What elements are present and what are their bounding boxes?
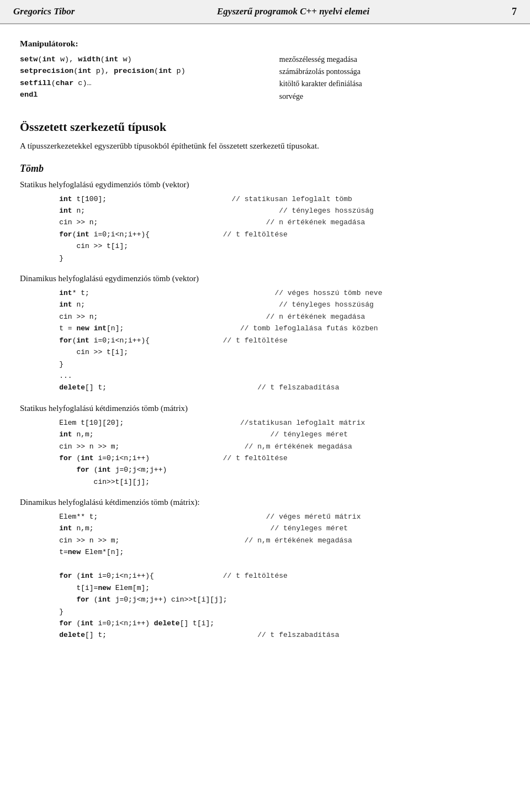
statikus1-subtitle: Statikus helyfoglalású egydimenziós tömb… <box>20 179 510 191</box>
code-row: int n,m; // tényleges méret <box>42 429 510 440</box>
dinamikus2-code: Elem** t; // véges méretű mátrix int n,m… <box>20 511 510 641</box>
code-row: ... <box>42 370 510 382</box>
page-header: Gregorics Tibor Egyszerű programok C++ n… <box>0 0 530 24</box>
osszetett-intro: A típusszerkezetekkel egyszerűbb típusok… <box>20 140 510 152</box>
osszetett-section: Összetett szerkezetű típusok A típusszer… <box>20 118 510 152</box>
author-name: Gregorics Tibor <box>13 5 75 19</box>
code-row: for (int i=0;i<n;i++) delete[] t[i]; <box>42 618 510 629</box>
page: Gregorics Tibor Egyszerű programok C++ n… <box>0 0 530 812</box>
code-row: int t[100]; // statikusan lefoglalt tömb <box>42 193 510 205</box>
manipulators-title: Manipulátorok: <box>20 38 510 50</box>
statikus1-code: int t[100]; // statikusan lefoglalt tömb… <box>20 193 510 265</box>
code-row: for(int i=0;i<n;i++){ // t feltöltése <box>42 335 510 346</box>
code-row: int n; // tényleges hosszúság <box>42 299 510 310</box>
dinamikus2-subtitle: Dinamikus helyfoglalású kétdimenziós töm… <box>20 497 510 509</box>
manip-desc-3: kitöltő karakter definiálása <box>279 78 510 90</box>
manip-desc-4: sorvége <box>279 91 510 103</box>
code-row: cin >> t[i]; <box>42 240 510 252</box>
manip-row-4: endl <box>20 89 275 101</box>
dinamikus1-code: int* t; // véges hosszú tömb neve int n;… <box>20 287 510 394</box>
osszetett-heading: Összetett szerkezetű típusok <box>20 118 510 136</box>
code-row: t = new int[n]; // tomb lefoglalása futá… <box>42 323 510 334</box>
code-row: cin>>t[i][j]; <box>42 476 510 488</box>
code-row: cin >> n; // n értékének megadása <box>42 217 510 228</box>
code-row: delete[] t; // t felszabadítása <box>42 382 510 393</box>
dinamikus1-subtitle: Dinamikus helyfoglalású egydimenziós töm… <box>20 273 510 285</box>
page-title: Egyszerű programok C++ nyelvi elemei <box>217 5 369 19</box>
code-row: Elem** t; // véges méretű mátrix <box>42 511 510 523</box>
manip-row-2: setprecision(int p), precision(int p) <box>20 65 275 77</box>
manip-row-1: setw(int w), width(int w) <box>20 54 275 66</box>
code-row: t=new Elem*[n]; <box>42 546 510 558</box>
manip-row-3: setfill(char c)… <box>20 77 275 89</box>
code-row <box>42 558 510 570</box>
code-row: int* t; // véges hosszú tömb neve <box>42 287 510 299</box>
code-row: } <box>42 358 510 370</box>
code-row: for (int j=0;j<m;j++) cin>>t[i][j]; <box>42 594 510 605</box>
code-row: cin >> n >> m; // n,m értékének megadása <box>42 441 510 452</box>
statikus2-code: Elem t[10][20]; //statikusan lefoglalt m… <box>20 417 510 488</box>
tomb-title: Tömb <box>20 161 510 176</box>
code-row: Elem t[10][20]; //statikusan lefoglalt m… <box>42 417 510 429</box>
manipulators-table: setw(int w), width(int w) setprecision(i… <box>20 54 510 103</box>
code-row: for (int i=0;i<n;i++) // t feltöltése <box>42 452 510 464</box>
code-row: for (int i=0;i<n;i++){ // t feltöltése <box>42 570 510 582</box>
manipulators-code-col: setw(int w), width(int w) setprecision(i… <box>20 54 275 103</box>
statikus2-subtitle: Statikus helyfoglalású kétdimenziós tömb… <box>20 403 510 415</box>
main-content: Manipulátorok: setw(int w), width(int w)… <box>0 24 530 662</box>
code-row: int n; // tényleges hosszúság <box>42 205 510 217</box>
code-row: t[i]=new Elem[m]; <box>42 582 510 594</box>
tomb-section: Tömb Statikus helyfoglalású egydimenziós… <box>20 161 510 641</box>
code-row: delete[] t; // t felszabadítása <box>42 629 510 641</box>
code-row: } <box>42 606 510 618</box>
code-row: cin >> n >> m; // n,m értékének megadása <box>42 535 510 546</box>
code-row: cin >> t[i]; <box>42 346 510 358</box>
manipulators-section: Manipulátorok: setw(int w), width(int w)… <box>20 38 510 103</box>
code-row: for (int j=0;j<m;j++) <box>42 464 510 476</box>
manipulators-desc-col: mezőszélesség megadása számábrázolás pon… <box>275 54 510 103</box>
manip-desc-1: mezőszélesség megadása <box>279 54 510 66</box>
page-number: 7 <box>512 4 517 19</box>
code-row: cin >> n; // n értékének megadása <box>42 311 510 323</box>
manip-desc-2: számábrázolás pontossága <box>279 66 510 78</box>
code-row: } <box>42 252 510 264</box>
code-row: int n,m; // tényleges méret <box>42 523 510 534</box>
code-row: for(int i=0;i<n;i++){ // t feltöltése <box>42 229 510 240</box>
